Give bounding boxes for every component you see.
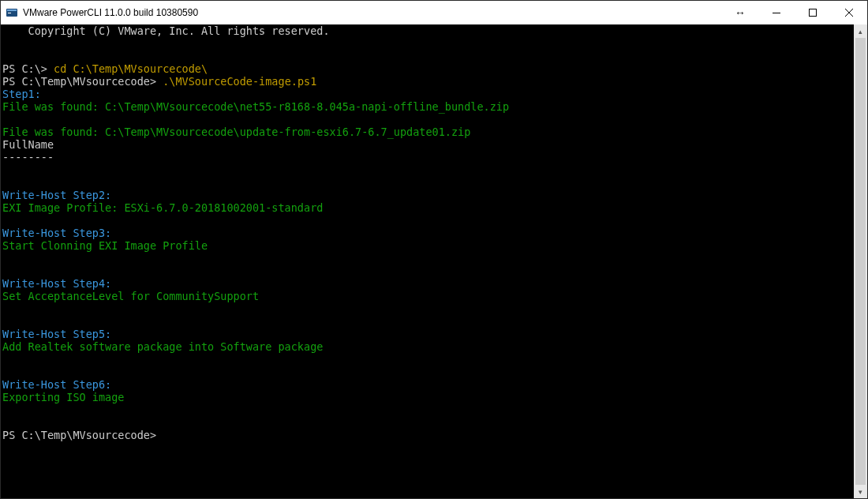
window-title: VMware PowerCLI 11.0.0 build 10380590 — [23, 7, 198, 18]
output-line: FullName — [2, 138, 854, 151]
blank-line — [2, 302, 854, 315]
close-button[interactable] — [831, 1, 867, 24]
scrollbar-thumb[interactable] — [855, 38, 866, 485]
output-line: EXI Image Profile: ESXi-6.7.0-2018100200… — [2, 201, 854, 214]
prompt: PS C:\> — [2, 62, 54, 75]
blank-line — [2, 37, 854, 50]
output-line: Exporting ISO image — [2, 391, 854, 403]
app-window: VMware PowerCLI 11.0.0 build 10380590 ↔ … — [0, 0, 868, 499]
prompt: PS C:\Temp\MVsourcecode> — [2, 75, 163, 88]
blank-line — [2, 214, 854, 227]
vertical-scrollbar[interactable]: ▴ ▾ — [854, 24, 867, 498]
output-line: -------- — [2, 151, 854, 163]
blank-line — [2, 113, 854, 126]
blank-line — [2, 163, 854, 176]
terminal-output[interactable]: Copyright (C) VMware, Inc. All rights re… — [1, 24, 854, 498]
output-line: File was found: C:\Temp\MVsourcecode\upd… — [2, 126, 854, 138]
window-controls: ↔ — [722, 1, 867, 24]
command-text: cd C:\Temp\MVsourcecode\ — [54, 62, 208, 75]
step-label: Write-Host Step4: — [2, 277, 854, 290]
prompt-line: PS C:\> cd C:\Temp\MVsourcecode\ — [2, 62, 854, 75]
scrollbar-down-arrow-icon[interactable]: ▾ — [854, 485, 867, 498]
maximize-button[interactable] — [795, 1, 831, 24]
svg-rect-2 — [8, 13, 11, 13]
resize-arrows-icon[interactable]: ↔ — [722, 1, 758, 24]
scrollbar-up-arrow-icon[interactable]: ▴ — [854, 24, 867, 38]
step-label: Write-Host Step3: — [2, 227, 854, 239]
step-label: Write-Host Step2: — [2, 189, 854, 201]
blank-line — [2, 265, 854, 277]
blank-line — [2, 252, 854, 265]
prompt-line: PS C:\Temp\MVsourcecode> — [2, 429, 854, 441]
output-line: Add Realtek software package into Softwa… — [2, 340, 854, 353]
terminal-area: Copyright (C) VMware, Inc. All rights re… — [1, 24, 867, 498]
prompt-line: PS C:\Temp\MVsourcecode> .\MVSourceCode-… — [2, 75, 854, 88]
blank-line — [2, 176, 854, 189]
step-label: Write-Host Step6: — [2, 378, 854, 391]
app-icon — [6, 6, 18, 19]
blank-line — [2, 315, 854, 328]
blank-line — [2, 416, 854, 429]
svg-rect-1 — [7, 9, 17, 11]
minimize-button[interactable] — [758, 1, 795, 24]
output-line: File was found: C:\Temp\MVsourcecode\net… — [2, 100, 854, 113]
output-line: Start Clonning EXI Image Profile — [2, 239, 854, 252]
blank-line — [2, 403, 854, 416]
scrollbar-track[interactable] — [854, 38, 867, 485]
blank-line — [2, 353, 854, 366]
step-label: Step1: — [2, 88, 854, 100]
output-line: Set AcceptanceLevel for CommunitySupport — [2, 290, 854, 302]
output-line: Copyright (C) VMware, Inc. All rights re… — [2, 24, 854, 37]
svg-rect-3 — [773, 13, 780, 13]
blank-line — [2, 366, 854, 378]
svg-rect-4 — [810, 9, 817, 17]
titlebar[interactable]: VMware PowerCLI 11.0.0 build 10380590 ↔ — [1, 1, 867, 24]
command-text: .\MVSourceCode-image.ps1 — [163, 75, 316, 88]
blank-line — [2, 50, 854, 62]
step-label: Write-Host Step5: — [2, 328, 854, 340]
